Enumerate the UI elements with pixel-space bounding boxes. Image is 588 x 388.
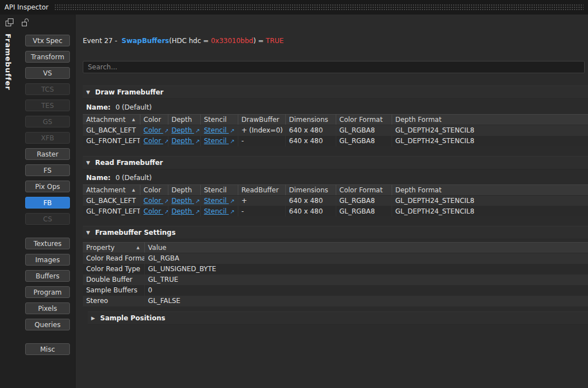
table-row[interactable]: Color Read TypeGL_UNSIGNED_BYTE bbox=[83, 264, 588, 275]
table-cell: Color Read Format bbox=[83, 253, 144, 264]
collapse-arrow-icon[interactable]: ▶ bbox=[91, 315, 100, 321]
panel-titlebar[interactable]: API Inspector bbox=[0, 0, 588, 15]
stage-button-vs[interactable]: VS bbox=[25, 67, 70, 79]
color-link[interactable]: Color ↗ bbox=[144, 137, 168, 145]
read-framebuffer-header[interactable]: ▼ Read Framebuffer bbox=[83, 156, 588, 169]
stage-button-images[interactable]: Images bbox=[25, 254, 70, 266]
table-cell: GL_UNSIGNED_BYTE bbox=[144, 264, 588, 275]
column-header-color[interactable]: Color bbox=[140, 184, 168, 195]
table-cell: Depth ↗ bbox=[168, 125, 200, 136]
draw-framebuffer-table: Attachment▲ColorDepthStencilDrawBufferDi… bbox=[83, 114, 588, 146]
stage-button-fs[interactable]: FS bbox=[25, 164, 70, 176]
stencil-link[interactable]: Stencil ↗ bbox=[204, 137, 235, 145]
column-header-depth[interactable]: Depth bbox=[168, 184, 200, 195]
column-header-dimensions[interactable]: Dimensions bbox=[285, 115, 336, 125]
stage-button-raster[interactable]: Raster bbox=[25, 148, 70, 160]
sort-ascending-icon: ▲ bbox=[137, 245, 140, 250]
event-args-open: (HDC hdc = bbox=[169, 37, 211, 45]
table-row[interactable]: Color Read FormatGL_RGBA bbox=[83, 253, 588, 264]
framebuffer-settings-table: Property▲ValueColor Read FormatGL_RGBACo… bbox=[83, 242, 588, 306]
table-cell: 640 x 480 bbox=[285, 136, 336, 146]
column-header-depth-format[interactable]: Depth Format bbox=[392, 115, 588, 125]
stencil-link[interactable]: Stencil ↗ bbox=[204, 207, 235, 215]
stage-button-queries[interactable]: Queries bbox=[25, 319, 70, 330]
column-header-drawbuffer[interactable]: DrawBuffer bbox=[238, 115, 285, 125]
stencil-link[interactable]: Stencil ↗ bbox=[204, 197, 235, 205]
stage-button-transform[interactable]: Transform bbox=[25, 51, 70, 63]
table-row[interactable]: Double BufferGL_TRUE bbox=[83, 275, 588, 285]
column-header-property[interactable]: Property▲ bbox=[83, 243, 144, 253]
table-cell: GL_TRUE bbox=[144, 275, 588, 285]
open-resource-icon: ↗ bbox=[230, 209, 234, 215]
table-row[interactable]: Sample Buffers0 bbox=[83, 285, 588, 296]
depth-link[interactable]: Depth ↗ bbox=[172, 197, 200, 205]
unlock-icon[interactable] bbox=[20, 17, 30, 27]
color-link[interactable]: Color ↗ bbox=[144, 207, 168, 215]
open-resource-icon: ↗ bbox=[195, 127, 200, 134]
column-header-color[interactable]: Color bbox=[140, 115, 168, 125]
stage-group-misc: Misc bbox=[25, 343, 70, 359]
table-cell: 640 x 480 bbox=[285, 206, 336, 216]
sort-ascending-icon: ▲ bbox=[132, 188, 136, 192]
column-header-value[interactable]: Value bbox=[144, 243, 588, 253]
depth-link[interactable]: Depth ↗ bbox=[172, 207, 200, 215]
table-row[interactable]: GL_BACK_LEFTColor ↗Depth ↗Stencil ↗+640 … bbox=[83, 195, 588, 206]
stage-button-buffers[interactable]: Buffers bbox=[25, 270, 70, 282]
collapse-arrow-icon[interactable]: ▼ bbox=[86, 230, 95, 235]
stage-button-program[interactable]: Program bbox=[25, 286, 70, 298]
stage-button-textures[interactable]: Textures bbox=[25, 238, 70, 249]
column-header-readbuffer[interactable]: ReadBuffer bbox=[238, 184, 285, 195]
sample-positions-header[interactable]: ▶ Sample Positions bbox=[88, 311, 588, 325]
column-header-color-format[interactable]: Color Format bbox=[336, 184, 392, 195]
stencil-link[interactable]: Stencil ↗ bbox=[204, 126, 235, 134]
open-resource-icon: ↗ bbox=[230, 138, 234, 144]
column-header-stencil[interactable]: Stencil bbox=[200, 184, 238, 195]
table-cell: Color ↗ bbox=[140, 136, 168, 146]
stage-button-pix-ops[interactable]: Pix Ops bbox=[25, 181, 70, 192]
column-header-color-format[interactable]: Color Format bbox=[336, 115, 392, 125]
table-row[interactable]: GL_FRONT_LEFTColor ↗Depth ↗Stencil ↗-640… bbox=[83, 136, 588, 146]
color-link[interactable]: Color ↗ bbox=[144, 126, 168, 134]
section-title: Framebuffer Settings bbox=[95, 229, 176, 236]
name-value: 0 (Default) bbox=[115, 174, 152, 182]
framebuffer-settings-header[interactable]: ▼ Framebuffer Settings bbox=[83, 226, 588, 239]
event-handle-value: 0x33010bbd bbox=[211, 37, 253, 45]
column-header-stencil[interactable]: Stencil bbox=[200, 115, 238, 125]
table-row[interactable]: GL_FRONT_LEFTColor ↗Depth ↗Stencil ↗-640… bbox=[83, 206, 588, 216]
stage-button-pixels[interactable]: Pixels bbox=[25, 302, 70, 314]
collapse-arrow-icon[interactable]: ▼ bbox=[86, 160, 95, 165]
float-window-icon[interactable] bbox=[4, 17, 15, 27]
section-read-framebuffer: ▼ Read Framebuffer Name: 0 (Default) Att… bbox=[83, 156, 588, 217]
color-link[interactable]: Color ↗ bbox=[144, 197, 168, 205]
depth-link[interactable]: Depth ↗ bbox=[172, 137, 200, 145]
framebuffer-panel: Event 27 - SwapBuffers(HDC hdc = 0x33010… bbox=[76, 15, 588, 388]
stage-button-misc[interactable]: Misc bbox=[25, 343, 70, 355]
column-header-attachment[interactable]: Attachment▲ bbox=[83, 184, 140, 195]
collapse-arrow-icon[interactable]: ▼ bbox=[86, 89, 95, 95]
column-header-dimensions[interactable]: Dimensions bbox=[285, 184, 336, 195]
table-cell: Depth ↗ bbox=[168, 206, 200, 216]
stage-button-fb[interactable]: FB bbox=[25, 197, 70, 209]
open-resource-icon: ↗ bbox=[195, 209, 200, 215]
read-framebuffer-table: Attachment▲ColorDepthStencilReadBufferDi… bbox=[83, 184, 588, 217]
stage-group-pipeline: Vtx SpecTransformVSTCSTESGSXFBRasterFSPi… bbox=[25, 35, 70, 229]
open-resource-icon: ↗ bbox=[195, 138, 200, 144]
table-row[interactable]: GL_BACK_LEFTColor ↗Depth ↗Stencil ↗+ (In… bbox=[83, 125, 588, 136]
stage-button-vtx-spec[interactable]: Vtx Spec bbox=[25, 35, 70, 46]
table-row[interactable]: StereoGL_FALSE bbox=[83, 296, 588, 306]
drag-handle[interactable] bbox=[54, 4, 584, 11]
table-cell: GL_FRONT_LEFT bbox=[83, 206, 140, 216]
search-input[interactable] bbox=[83, 61, 585, 73]
table-cell: - bbox=[238, 206, 285, 216]
open-resource-icon: ↗ bbox=[230, 127, 234, 134]
column-header-attachment[interactable]: Attachment▲ bbox=[83, 115, 140, 125]
depth-link[interactable]: Depth ↗ bbox=[172, 126, 200, 134]
table-cell: 640 x 480 bbox=[285, 125, 336, 136]
table-cell: Sample Buffers bbox=[83, 285, 144, 296]
column-header-depth[interactable]: Depth bbox=[168, 115, 200, 125]
panel-title: API Inspector bbox=[4, 3, 49, 11]
draw-framebuffer-header[interactable]: ▼ Draw Framebuffer bbox=[83, 86, 588, 99]
table-cell: Depth ↗ bbox=[168, 195, 200, 206]
event-function-link[interactable]: SwapBuffers bbox=[121, 37, 169, 45]
column-header-depth-format[interactable]: Depth Format bbox=[392, 184, 588, 195]
